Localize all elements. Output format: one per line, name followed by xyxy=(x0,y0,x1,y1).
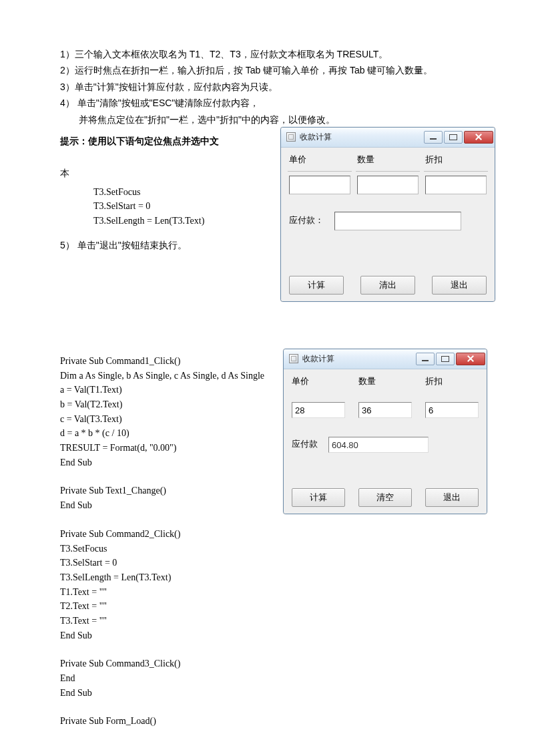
code-line: T3.SelStart = 0 xyxy=(60,556,481,570)
titlebar[interactable]: 收款计算 xyxy=(281,128,495,148)
window-body: 单价 数量 折扣 应付款： 计算 xyxy=(281,148,495,301)
clear-button[interactable]: 清出 xyxy=(360,276,415,295)
clear-button[interactable]: 清空 xyxy=(358,488,412,507)
window-body: 单价 数量 折扣 28 36 6 应付款 604.80 计算 清空 xyxy=(284,369,487,514)
window-title: 收款计算 xyxy=(300,131,332,144)
label-qty: 数量 xyxy=(358,375,412,389)
window-title: 收款计算 xyxy=(302,353,334,365)
code-line: Private Sub Command2_Click() xyxy=(60,527,481,542)
list-item: 1）三个输入文本框依次取名为 T1、T2、T3，应付款文本框取名为 TRESUL… xyxy=(60,47,481,61)
calc-button[interactable]: 计算 xyxy=(289,276,344,295)
code-line: T3.Text = "" xyxy=(60,614,481,628)
code-line xyxy=(60,513,481,527)
code-line xyxy=(60,642,481,656)
qty-input[interactable]: 36 xyxy=(358,402,412,418)
code-line: T2.Text = "" xyxy=(60,599,481,614)
instruction-list: 1）三个输入文本框依次取名为 T1、T2、T3，应付款文本框取名为 TRESUL… xyxy=(60,47,481,127)
list-item: 2）运行时焦点在折扣一栏，输入折扣后，按 Tab 键可输入单价，再按 Tab 键… xyxy=(60,63,481,77)
exit-button[interactable]: 退出 xyxy=(432,276,487,295)
list-item-continuation: 并将焦点定位在"折扣"一栏，选中"折扣"中的内容，以便修改。 xyxy=(60,112,481,127)
label-result: 应付款： xyxy=(289,214,324,228)
code-line: End xyxy=(60,671,481,686)
qty-input[interactable] xyxy=(357,176,419,194)
code-line: End Sub xyxy=(60,686,481,701)
label-price: 单价 xyxy=(289,153,350,167)
vb-window-filled: 收款计算 单价 数量 折扣 28 36 xyxy=(283,349,487,514)
discount-input[interactable]: 6 xyxy=(425,402,479,418)
code-line xyxy=(60,700,481,714)
price-input[interactable] xyxy=(289,176,350,194)
list-item: 3）单击"计算"按钮计算应付款，应付款内容为只读。 xyxy=(60,79,481,94)
code-line: Private Sub Command3_Click() xyxy=(60,656,481,671)
exit-button[interactable]: 退出 xyxy=(425,488,479,507)
close-icon[interactable] xyxy=(456,353,485,365)
label-discount: 折扣 xyxy=(425,375,479,389)
code-line: T3.SetFocus xyxy=(60,542,481,556)
discount-input[interactable] xyxy=(425,176,487,194)
app-icon xyxy=(286,132,296,142)
app-icon xyxy=(289,354,298,363)
code-line: T1.Text = "" xyxy=(60,585,481,600)
result-output: 604.80 xyxy=(328,437,429,453)
price-input[interactable]: 28 xyxy=(292,402,345,418)
result-output xyxy=(334,212,461,230)
label-price: 单价 xyxy=(292,375,345,389)
list-item: 4） 单击"清除"按钮或"ESC"键清除应付款内容， xyxy=(60,96,481,110)
label-discount: 折扣 xyxy=(425,153,487,167)
calc-button[interactable]: 计算 xyxy=(292,488,345,507)
minimize-icon[interactable] xyxy=(416,353,435,365)
vb-window-empty: 收款计算 单价 数量 折扣 xyxy=(280,127,495,302)
code-line: T3.SelLength = Len(T3.Text) xyxy=(60,570,481,585)
label-result: 应付款 xyxy=(292,437,318,451)
label-qty: 数量 xyxy=(357,153,419,167)
maximize-icon[interactable] xyxy=(444,131,463,144)
code-line: Private Sub Form_Load() xyxy=(60,714,481,729)
code-line: End Sub xyxy=(60,628,481,643)
maximize-icon[interactable] xyxy=(436,353,455,365)
minimize-icon[interactable] xyxy=(424,131,443,144)
titlebar[interactable]: 收款计算 xyxy=(284,349,487,369)
close-icon[interactable] xyxy=(464,131,493,144)
